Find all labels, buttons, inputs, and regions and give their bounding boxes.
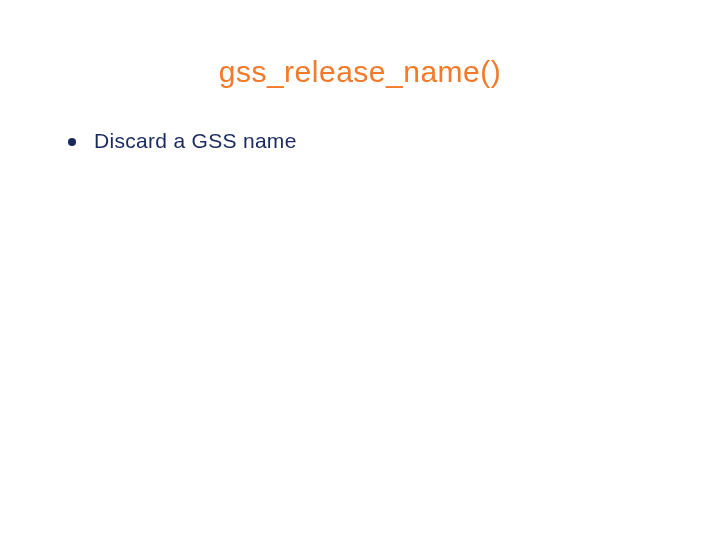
slide-content: Discard a GSS name [0, 129, 720, 153]
list-item: Discard a GSS name [68, 129, 720, 153]
bullet-text: Discard a GSS name [94, 129, 297, 153]
bullet-icon [68, 138, 76, 146]
slide-container: gss_release_name() Discard a GSS name [0, 0, 720, 540]
slide-title: gss_release_name() [0, 55, 720, 89]
